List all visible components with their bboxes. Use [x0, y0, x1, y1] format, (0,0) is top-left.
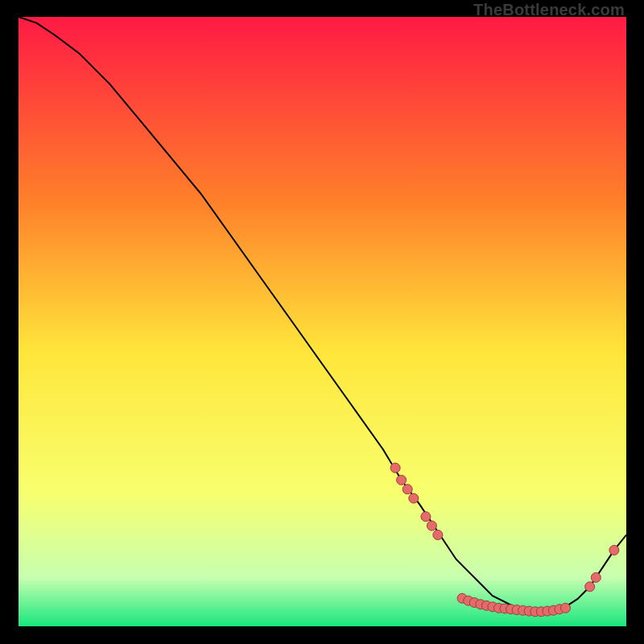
- data-marker: [409, 493, 419, 503]
- data-marker: [433, 530, 443, 540]
- data-marker: [609, 545, 619, 555]
- data-marker: [390, 463, 400, 473]
- gradient-background: [19, 17, 626, 626]
- data-marker: [561, 603, 571, 613]
- plot-area: [19, 17, 626, 626]
- data-marker: [591, 572, 601, 582]
- data-marker: [421, 512, 431, 522]
- watermark-text: TheBottleneck.com: [473, 2, 625, 18]
- chart-stage: TheBottleneck.com: [0, 0, 644, 644]
- data-marker: [585, 582, 595, 592]
- data-marker: [427, 521, 436, 530]
- data-marker: [402, 485, 412, 494]
- bottleneck-chart: [19, 17, 626, 626]
- data-marker: [397, 475, 407, 485]
